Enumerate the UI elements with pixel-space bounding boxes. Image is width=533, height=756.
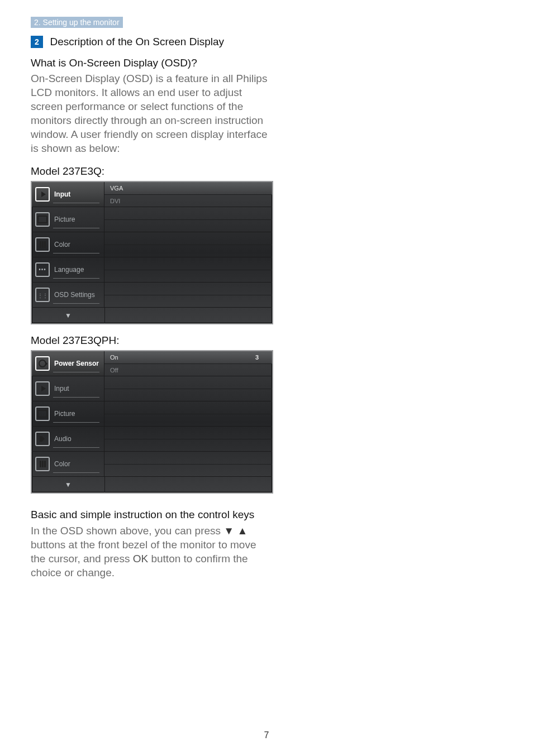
osd-item-icon-box [35,187,50,202]
osd-item-icon-box [35,237,50,252]
osd-submenu-item[interactable] [104,427,272,439]
osd-menu-item[interactable]: Picture [32,401,104,426]
osd-item-icon-box: ••• [35,262,50,277]
osd-submenu [104,207,272,232]
osd-menu-item[interactable]: Input [32,182,104,207]
osd-submenu-item[interactable] [104,452,272,465]
osd-submenu-label: DVI [104,198,183,204]
osd-submenu-item[interactable] [104,220,272,232]
osd-menu-item[interactable]: Color [32,452,104,476]
osd-row: Color [32,232,272,257]
osd-menu-item[interactable]: Audio [32,427,104,451]
document-page: 2. Setting up the monitor 2 Description … [0,0,533,756]
osd-row: •••Language [32,257,272,283]
osd-submenu-label: VGA [104,185,183,192]
language-icon: ••• [39,267,46,272]
osd-row: Audio [32,427,272,452]
osd-menu-item[interactable]: •••Language [32,257,104,282]
input-icon [41,192,46,197]
osd-submenu [104,232,272,257]
osd-item-icon-box [35,212,50,227]
osd-row: Input [32,376,272,401]
osd-submenu: VGADVI [104,182,272,207]
osd-submenu-item[interactable] [104,245,272,257]
section-title: Description of the On Screen Display [50,36,224,47]
color-icon [40,241,46,248]
osd-row: InputVGADVI [32,182,272,207]
osd-menu-item[interactable]: Color [32,232,104,257]
osd-submenu-item[interactable] [104,465,272,477]
subheading-what-is-osd: What is On-Screen Display (OSD)? [31,57,502,69]
osd-submenu-item[interactable] [104,439,272,452]
picture-icon [37,216,47,223]
osd-submenu-item[interactable]: On3 [104,351,272,364]
osd-menu-237e3qph: Power SensorOn3OffInputPictureAudioColor… [31,350,273,494]
osd-item-label: OSD Settings [54,291,95,299]
osd-bottom-row: ▼ [32,477,272,492]
osd-submenu [104,257,272,282]
osd-settings-icon [37,291,47,299]
osd-menu-237e3q: InputVGADVIPictureColor•••LanguageOSD Se… [31,181,273,324]
osd-submenu-item[interactable] [104,270,272,283]
osd-submenu-item[interactable] [104,295,272,308]
osd-item-label: Picture [54,410,75,418]
osd-item-label: Color [54,241,70,248]
osd-description-text: On-Screen Display (OSD) is a feature in … [31,71,271,155]
osd-item-icon-box [35,356,50,371]
osd-submenu-item[interactable]: Off [104,364,272,376]
osd-submenu-label: Off [104,367,183,374]
osd-submenu-item[interactable] [104,207,272,220]
ok-button-label: OK [133,553,148,564]
osd-submenu: On3Off [104,351,272,376]
osd-row: Power SensorOn3Off [32,351,272,376]
up-arrow-glyph: ▲ [237,525,248,537]
step-number-badge: 2 [31,36,43,48]
osd-item-icon-box [35,381,50,396]
section-header: 2 Description of the On Screen Display [31,36,502,48]
picture-icon [37,410,47,418]
down-arrow-glyph: ▼ [223,525,234,537]
model-237e3qph-heading: Model 237E3QPH: [31,334,502,347]
osd-submenu-item[interactable] [104,232,272,245]
osd-item-label: Language [54,266,84,274]
osd-item-icon-box [35,288,50,302]
osd-submenu-item[interactable] [104,376,272,389]
osd-submenu [104,376,272,401]
osd-scroll-down[interactable]: ▼ [32,477,105,492]
page-number: 7 [264,730,269,740]
basic-instruction-heading: Basic and simple instruction on the cont… [31,508,271,521]
osd-submenu [104,401,272,426]
osd-submenu [104,283,272,307]
osd-row: Picture [32,401,272,427]
osd-submenu-value: 3 [255,354,259,361]
osd-submenu [104,452,272,476]
osd-menu-item[interactable]: Picture [32,207,104,232]
osd-submenu-item[interactable] [104,414,272,427]
osd-item-icon-box [35,432,50,446]
osd-submenu-item[interactable] [104,389,272,401]
osd-row: OSD Settings [32,283,272,308]
osd-submenu-item[interactable] [104,401,272,414]
osd-scroll-down[interactable]: ▼ [32,308,105,323]
input-icon [41,386,46,391]
osd-submenu-item[interactable] [104,283,272,295]
osd-bottom-row: ▼ [32,308,272,323]
osd-submenu-item[interactable]: DVI [104,195,272,207]
osd-row: Color [32,452,272,477]
breadcrumb: 2. Setting up the monitor [31,17,123,28]
model-237e3q-heading: Model 237E3Q: [31,165,502,178]
osd-menu-item[interactable]: Power Sensor [32,351,104,376]
osd-item-label: Input [54,190,70,198]
osd-menu-item[interactable]: OSD Settings [32,283,104,307]
power-sensor-icon [39,360,46,367]
osd-item-label: Picture [54,216,75,223]
osd-submenu-label: On [104,354,183,361]
osd-item-label: Audio [54,435,72,443]
color-icon [40,461,46,467]
osd-submenu-item[interactable] [104,257,272,270]
osd-submenu-item[interactable]: VGA [104,182,272,195]
osd-menu-item[interactable]: Input [32,376,104,401]
osd-item-label: Power Sensor [54,360,99,367]
osd-item-label: Color [54,460,70,468]
osd-item-icon-box [35,457,50,471]
